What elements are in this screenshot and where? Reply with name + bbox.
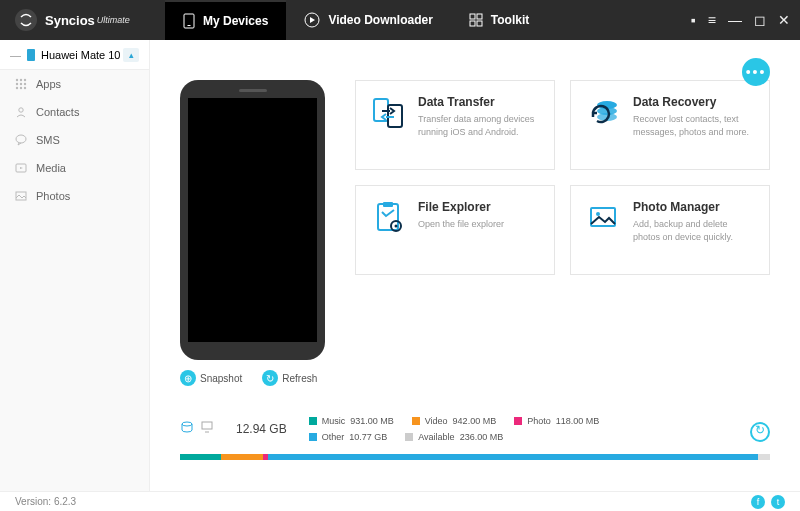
phone-icon — [183, 13, 195, 29]
phone-column: ⊕ Snapshot ↻ Refresh — [180, 80, 325, 386]
svg-rect-26 — [383, 202, 393, 207]
storage-refresh-button[interactable] — [750, 422, 770, 442]
phone-speaker — [239, 89, 267, 92]
footer: Version: 6.2.3 f t — [0, 491, 800, 511]
app-logo: Syncios Ultimate — [0, 9, 165, 31]
sidebar: — Huawei Mate 10 ▴ Apps Contacts SMS Med… — [0, 40, 150, 491]
card-data-transfer[interactable]: Data Transfer Transfer data among device… — [355, 80, 555, 170]
tab-my-devices[interactable]: My Devices — [165, 0, 286, 40]
sidebar-label: Contacts — [36, 106, 79, 118]
tab-toolkit[interactable]: Toolkit — [451, 0, 547, 40]
card-title: Data Transfer — [418, 95, 540, 109]
swatch — [309, 433, 317, 441]
close-icon[interactable]: ✕ — [778, 12, 790, 28]
sms-icon — [14, 133, 28, 147]
maximize-icon[interactable]: ◻ — [754, 12, 766, 28]
feature-cards: Data Transfer Transfer data among device… — [355, 80, 770, 386]
legend-video: Video942.00 MB — [412, 416, 496, 426]
swatch — [412, 417, 420, 425]
apps-icon — [14, 77, 28, 91]
sidebar-label: SMS — [36, 134, 60, 146]
sidebar-item-media[interactable]: Media — [0, 154, 149, 182]
card-title: Data Recovery — [633, 95, 755, 109]
sidebar-label: Apps — [36, 78, 61, 90]
svg-point-16 — [19, 108, 23, 112]
play-circle-icon — [304, 12, 320, 28]
card-desc: Open the file explorer — [418, 218, 504, 231]
seg-video — [221, 454, 262, 460]
storage-bar — [180, 454, 770, 460]
collapse-icon: — — [10, 49, 21, 61]
svg-rect-6 — [477, 21, 482, 26]
feedback-icon[interactable]: ▪ — [691, 12, 696, 28]
tab-label: My Devices — [203, 14, 268, 28]
device-preview — [180, 80, 325, 360]
grid-icon — [469, 13, 483, 27]
refresh-label: Refresh — [282, 373, 317, 384]
card-title: Photo Manager — [633, 200, 755, 214]
monitor-icon — [200, 420, 214, 434]
svg-point-28 — [395, 225, 398, 228]
svg-point-13 — [16, 87, 18, 89]
facebook-icon[interactable]: f — [751, 495, 765, 509]
svg-point-12 — [24, 83, 26, 85]
main-tabs: My Devices Video Downloader Toolkit — [165, 0, 547, 40]
legend-other: Other10.77 GB — [309, 432, 388, 442]
card-desc: Transfer data among devices running iOS … — [418, 113, 540, 138]
version-label: Version: — [15, 496, 51, 507]
legend-photo: Photo118.00 MB — [514, 416, 599, 426]
minimize-icon[interactable]: — — [728, 12, 742, 28]
window-controls: ▪ ≡ — ◻ ✕ — [691, 12, 800, 28]
data-transfer-icon — [370, 95, 406, 131]
disk-icon — [180, 420, 194, 434]
contacts-icon — [14, 105, 28, 119]
svg-point-14 — [20, 87, 22, 89]
seg-other — [268, 454, 758, 460]
device-icon — [27, 49, 35, 61]
sidebar-item-apps[interactable]: Apps — [0, 70, 149, 98]
svg-rect-32 — [202, 422, 212, 429]
storage-total: 12.94 GB — [232, 416, 291, 442]
twitter-icon[interactable]: t — [771, 495, 785, 509]
refresh-icon: ↻ — [262, 370, 278, 386]
sidebar-item-contacts[interactable]: Contacts — [0, 98, 149, 126]
photo-manager-icon — [585, 200, 621, 236]
legend-available: Available236.00 MB — [405, 432, 503, 442]
storage-view-toggle[interactable] — [180, 416, 214, 434]
version-value: 6.2.3 — [54, 496, 76, 507]
title-bar: Syncios Ultimate My Devices Video Downlo… — [0, 0, 800, 40]
svg-point-17 — [16, 135, 26, 143]
svg-rect-3 — [470, 14, 475, 19]
snapshot-button[interactable]: ⊕ Snapshot — [180, 370, 242, 386]
seg-available — [758, 454, 770, 460]
swatch — [514, 417, 522, 425]
snapshot-label: Snapshot — [200, 373, 242, 384]
card-photo-manager[interactable]: Photo Manager Add, backup and delete pho… — [570, 185, 770, 275]
storage-summary: 12.94 GB Music931.00 MB Video942.00 MB P… — [180, 416, 770, 448]
menu-icon[interactable]: ≡ — [708, 12, 716, 28]
svg-point-9 — [24, 79, 26, 81]
sidebar-item-sms[interactable]: SMS — [0, 126, 149, 154]
sidebar-item-photos[interactable]: Photos — [0, 182, 149, 210]
card-data-recovery[interactable]: Data Recovery Recover lost contacts, tex… — [570, 80, 770, 170]
seg-music — [180, 454, 221, 460]
device-screen — [188, 98, 317, 342]
svg-rect-5 — [470, 21, 475, 26]
sidebar-label: Media — [36, 162, 66, 174]
refresh-button[interactable]: ↻ Refresh — [262, 370, 317, 386]
tab-video-downloader[interactable]: Video Downloader — [286, 0, 450, 40]
svg-rect-29 — [591, 208, 615, 226]
chevron-up-icon[interactable]: ▴ — [123, 48, 139, 62]
svg-point-8 — [20, 79, 22, 81]
card-desc: Recover lost contacts, text messages, ph… — [633, 113, 755, 138]
svg-rect-1 — [188, 25, 191, 26]
more-options-button[interactable]: ••• — [742, 58, 770, 86]
file-explorer-icon — [370, 200, 406, 236]
device-selector[interactable]: — Huawei Mate 10 ▴ — [0, 40, 149, 70]
card-file-explorer[interactable]: File Explorer Open the file explorer — [355, 185, 555, 275]
tab-label: Video Downloader — [328, 13, 432, 27]
storage-legend: Music931.00 MB Video942.00 MB Photo118.0… — [309, 416, 600, 448]
device-name: Huawei Mate 10 — [41, 49, 121, 61]
photos-icon — [14, 189, 28, 203]
svg-point-11 — [20, 83, 22, 85]
